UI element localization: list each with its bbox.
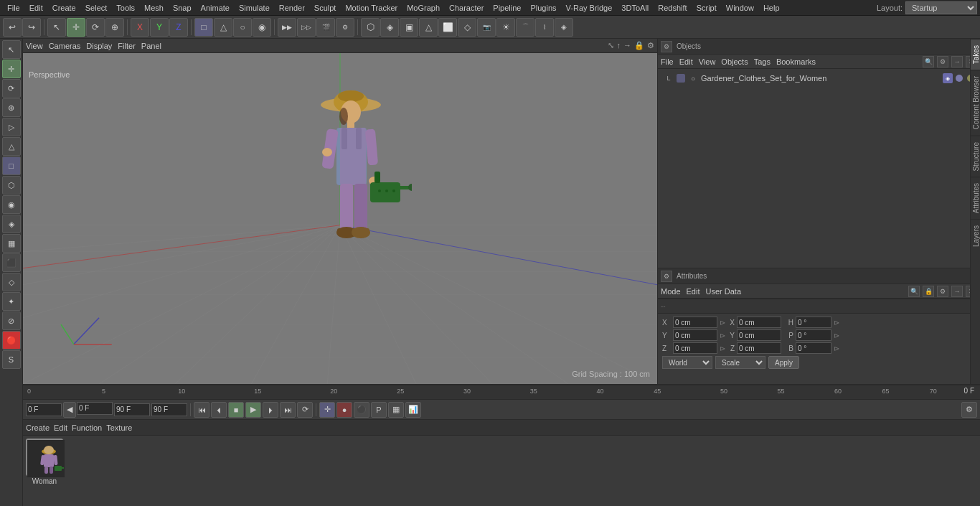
- om-bookmarks[interactable]: Bookmarks: [776, 57, 816, 66]
- tab-attributes[interactable]: Attributes: [971, 177, 980, 219]
- world-dropdown[interactable]: World Object Local: [662, 356, 712, 369]
- menu-create[interactable]: Create: [48, 2, 80, 14]
- vp-menu-display[interactable]: Display: [86, 42, 112, 50]
- camera-button[interactable]: 📷: [477, 18, 496, 37]
- select-mode-button[interactable]: ↖: [47, 18, 66, 37]
- transport-next[interactable]: ⏵: [263, 402, 278, 418]
- menu-sculpt[interactable]: Sculpt: [310, 2, 341, 14]
- sidebar-fill-btn[interactable]: ⬛: [2, 253, 21, 272]
- menu-pipeline[interactable]: Pipeline: [489, 2, 525, 14]
- coord-b-input[interactable]: [796, 342, 831, 354]
- x-axis-button[interactable]: X: [131, 18, 149, 37]
- vp-menu-panel[interactable]: Panel: [141, 42, 161, 50]
- transport-stop[interactable]: ■: [228, 402, 244, 418]
- cube-button[interactable]: ⬡: [361, 18, 380, 37]
- attr-panel-icon[interactable]: ⚙: [661, 271, 672, 282]
- apply-button[interactable]: Apply: [768, 356, 799, 369]
- frame-start-btn[interactable]: ◀: [63, 402, 76, 418]
- tab-layers[interactable]: Layers: [971, 219, 980, 253]
- deformer-button[interactable]: ⌇: [535, 18, 554, 37]
- menu-character[interactable]: Character: [445, 2, 488, 14]
- rotate-button[interactable]: ⊕: [105, 18, 124, 37]
- sidebar-diamond-btn[interactable]: ◈: [2, 215, 21, 233]
- transport-play[interactable]: ▶: [245, 402, 261, 418]
- point-button[interactable]: ◉: [253, 18, 271, 37]
- om-edit[interactable]: Edit: [679, 57, 693, 66]
- vp-icon-settings[interactable]: ⚙: [647, 41, 654, 50]
- attr-search-icon[interactable]: 🔍: [908, 286, 920, 297]
- om-search-icon[interactable]: 🔍: [923, 56, 934, 67]
- coord-h-input[interactable]: [796, 317, 831, 328]
- tc-timeline[interactable]: 📊: [405, 402, 421, 418]
- transport-loop[interactable]: ⟳: [297, 402, 313, 418]
- menu-file[interactable]: File: [3, 2, 24, 14]
- attr-mode[interactable]: Mode: [661, 287, 681, 296]
- vp-icon-arrow-up[interactable]: ↑: [617, 41, 621, 50]
- render-region-button[interactable]: ▶▶: [278, 18, 296, 37]
- layout-dropdown[interactable]: Startup: [905, 1, 977, 14]
- attr-settings-icon[interactable]: ⚙: [937, 286, 948, 297]
- attr-arrow-icon[interactable]: →: [951, 286, 963, 297]
- tc-motion[interactable]: P: [371, 402, 387, 418]
- om-view[interactable]: View: [699, 57, 716, 66]
- attr-edit[interactable]: Edit: [687, 287, 700, 296]
- sidebar-move-btn[interactable]: ✛: [2, 60, 21, 78]
- y-axis-button[interactable]: Y: [150, 18, 169, 37]
- menu-tools[interactable]: Tools: [112, 2, 139, 14]
- viewport-canvas[interactable]: Perspective: [23, 53, 657, 384]
- menu-redshift[interactable]: Redshift: [654, 2, 691, 14]
- render-viewport-button[interactable]: ▷▷: [297, 18, 316, 37]
- menu-plugins[interactable]: Plugins: [526, 2, 560, 14]
- menu-animate[interactable]: Animate: [197, 2, 234, 14]
- light-button[interactable]: ☀: [496, 18, 515, 37]
- spline-button[interactable]: ⌒: [516, 18, 534, 37]
- obj-row-gardener[interactable]: L ○ Gardener_Clothes_Set_for_Women ◈: [661, 70, 977, 86]
- om-file[interactable]: File: [661, 57, 674, 66]
- coord-p-input[interactable]: [796, 329, 831, 341]
- mt-edit[interactable]: Edit: [54, 423, 67, 432]
- tc-add-keyframe[interactable]: ✛: [319, 402, 335, 418]
- coord-x-pos-input[interactable]: [673, 317, 717, 328]
- move-button[interactable]: ✛: [67, 18, 85, 37]
- sidebar-rotate-btn[interactable]: ⊕: [2, 98, 21, 117]
- om-settings-icon[interactable]: ⚙: [937, 56, 948, 67]
- coord-z-pos-input[interactable]: [673, 342, 717, 354]
- tc-dope[interactable]: ▦: [388, 402, 404, 418]
- attr-user-data[interactable]: User Data: [706, 287, 742, 296]
- vp-icon-arrow-right[interactable]: →: [623, 41, 631, 50]
- menu-3dtoall[interactable]: 3DToAll: [617, 2, 653, 14]
- mt-texture[interactable]: Texture: [106, 423, 132, 432]
- menu-simulate[interactable]: Simulate: [235, 2, 274, 14]
- sidebar-s-btn[interactable]: S: [2, 350, 21, 369]
- tc-settings[interactable]: ⚙: [961, 402, 977, 418]
- material-item-woman[interactable]: Woman: [26, 439, 63, 485]
- redo-button[interactable]: ↪: [22, 18, 41, 37]
- scale-dropdown[interactable]: Scale: [715, 356, 765, 369]
- vp-menu-filter[interactable]: Filter: [118, 42, 135, 50]
- cylinder-button[interactable]: ▣: [400, 18, 418, 37]
- render-picture-viewer-button[interactable]: 🎬: [316, 18, 335, 37]
- sphere-button[interactable]: ◈: [380, 18, 399, 37]
- om-arrow-icon[interactable]: →: [951, 56, 963, 67]
- coord-y-pos-input[interactable]: [673, 329, 717, 341]
- menu-snap[interactable]: Snap: [169, 2, 196, 14]
- mt-function[interactable]: Function: [72, 423, 102, 432]
- tab-takes[interactable]: Takes: [971, 39, 980, 70]
- sidebar-scale-btn[interactable]: ⟳: [2, 79, 21, 98]
- sidebar-red-btn[interactable]: 🔴: [2, 331, 21, 350]
- sidebar-live-btn[interactable]: ▷: [2, 118, 21, 136]
- object-button[interactable]: □: [194, 18, 213, 37]
- sidebar-circle-btn[interactable]: ◉: [2, 195, 21, 214]
- frame-current-input[interactable]: [77, 402, 113, 415]
- menu-mograph[interactable]: MoGraph: [402, 2, 444, 14]
- coord-x2-input[interactable]: [737, 317, 781, 328]
- vp-icon-lock[interactable]: 🔒: [634, 41, 644, 50]
- obj-tag[interactable]: ◈: [943, 73, 953, 83]
- menu-mesh[interactable]: Mesh: [140, 2, 168, 14]
- menu-motion-tracker[interactable]: Motion Tracker: [341, 2, 402, 14]
- menu-select[interactable]: Select: [81, 2, 112, 14]
- tab-structure[interactable]: Structure: [971, 136, 980, 177]
- render-settings-button[interactable]: ⚙: [336, 18, 354, 37]
- undo-button[interactable]: ↩: [3, 18, 22, 37]
- edge-button[interactable]: ○: [233, 18, 252, 37]
